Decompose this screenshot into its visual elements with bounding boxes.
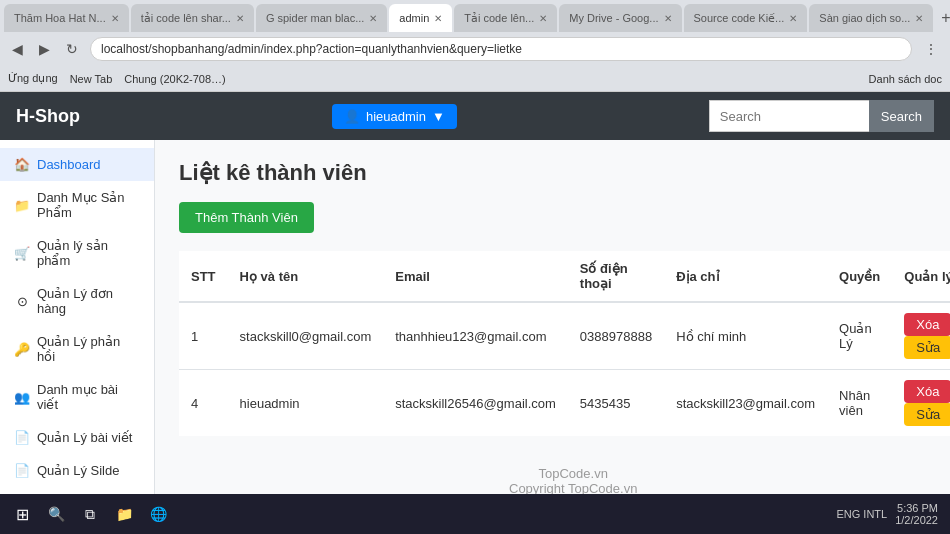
sidebar-item-dashboard[interactable]: 🏠Dashboard bbox=[0, 148, 154, 181]
sidebar-label-quan-ly-don-hang: Quản Lý đơn hàng bbox=[37, 286, 140, 316]
browser-tab-3[interactable]: G spider man blac...✕ bbox=[256, 4, 387, 32]
bookmark-danh-sach[interactable]: Danh sách doc bbox=[869, 73, 942, 85]
cell-stt: 1 bbox=[179, 302, 228, 370]
table-head: STTHọ và tênEmailSố điện thoạiĐịa chỉQuy… bbox=[179, 251, 950, 302]
address-input[interactable] bbox=[90, 37, 912, 61]
cell-stt: 4 bbox=[179, 370, 228, 437]
browser-tab-1[interactable]: Thăm Hoa Hat N...✕ bbox=[4, 4, 129, 32]
edit-button-1[interactable]: Sửa bbox=[904, 403, 950, 426]
app-body: 🏠Dashboard📁Danh Mục Sản Phẩm🛒Quản lý sản… bbox=[0, 140, 950, 534]
sidebar: 🏠Dashboard📁Danh Mục Sản Phẩm🛒Quản lý sản… bbox=[0, 140, 155, 534]
footer-brand1: TopCode.vn bbox=[179, 466, 950, 481]
task-view-icon[interactable]: ⧉ bbox=[75, 499, 105, 529]
username-label: hieuadmin bbox=[366, 109, 426, 124]
col-header-số-điện-thoại: Số điện thoại bbox=[568, 251, 664, 302]
user-dropdown[interactable]: 👤 hieuadmin ▼ bbox=[332, 104, 457, 129]
table-row: 4 hieuadmin stackskill26546@gmail.com 54… bbox=[179, 370, 950, 437]
sidebar-label-danh-muc-bai-viet: Danh mục bài viết bbox=[37, 382, 140, 412]
sidebar-item-danh-muc-san-pham[interactable]: 📁Danh Mục Sản Phẩm bbox=[0, 181, 154, 229]
sidebar-item-quan-ly-san-pham[interactable]: 🛒Quản lý sản phẩm bbox=[0, 229, 154, 277]
extensions-button[interactable]: ⋮ bbox=[920, 39, 942, 59]
sidebar-item-quan-ly-silde[interactable]: 📄Quản Lý Silde bbox=[0, 454, 154, 487]
cell-address: Hồ chí minh bbox=[664, 302, 827, 370]
bookmarks-bar: Ứng dụng New Tab Chung (20K2-708…) Danh … bbox=[0, 66, 950, 92]
add-member-button[interactable]: Thêm Thành Viên bbox=[179, 202, 314, 233]
delete-button-0[interactable]: Xóa bbox=[904, 313, 950, 336]
col-header-địa-chỉ: Địa chỉ bbox=[664, 251, 827, 302]
table-body: 1 stackskill0@gmail.com thanhhieu123@gma… bbox=[179, 302, 950, 436]
cell-email: thanhhieu123@gmail.com bbox=[383, 302, 568, 370]
cell-actions: Xóa Sửa bbox=[892, 370, 950, 437]
browser-tab-7[interactable]: Source code Kiế...✕ bbox=[684, 4, 808, 32]
sidebar-item-quan-ly-bai-viet[interactable]: 📄Quản Lý bài viết bbox=[0, 421, 154, 454]
edit-button-0[interactable]: Sửa bbox=[904, 336, 950, 359]
sidebar-icon-quan-ly-bai-viet: 📄 bbox=[14, 430, 30, 445]
browser-tab-4[interactable]: admin✕ bbox=[389, 4, 452, 32]
cell-phone: 0388978888 bbox=[568, 302, 664, 370]
bookmark-chung[interactable]: Chung (20K2-708…) bbox=[124, 73, 226, 85]
dropdown-chevron: ▼ bbox=[432, 109, 445, 124]
taskbar-time-display: 5:36 PM bbox=[895, 502, 938, 514]
forward-button[interactable]: ▶ bbox=[35, 39, 54, 59]
cell-name: stackskill0@gmail.com bbox=[228, 302, 384, 370]
sidebar-label-quan-ly-san-pham: Quản lý sản phẩm bbox=[37, 238, 140, 268]
cell-name: hieuadmin bbox=[228, 370, 384, 437]
sidebar-item-quan-ly-don-hang[interactable]: ⊙Quản Lý đơn hàng bbox=[0, 277, 154, 325]
file-explorer-icon[interactable]: 📁 bbox=[109, 499, 139, 529]
browser-tab-6[interactable]: My Drive - Goog...✕ bbox=[559, 4, 681, 32]
delete-button-1[interactable]: Xóa bbox=[904, 380, 950, 403]
cell-role: Nhân viên bbox=[827, 370, 892, 437]
browser-tab-2[interactable]: tải code lên shar...✕ bbox=[131, 4, 254, 32]
cell-address: stackskill23@gmail.com bbox=[664, 370, 827, 437]
sidebar-item-quan-ly-phan-hoi[interactable]: 🔑Quản Lý phản hồi bbox=[0, 325, 154, 373]
search-taskbar-icon[interactable]: 🔍 bbox=[41, 499, 71, 529]
sidebar-icon-dashboard: 🏠 bbox=[14, 157, 30, 172]
cell-phone: 5435435 bbox=[568, 370, 664, 437]
sidebar-item-danh-muc-bai-viet[interactable]: 👥Danh mục bài viết bbox=[0, 373, 154, 421]
back-button[interactable]: ◀ bbox=[8, 39, 27, 59]
sidebar-label-quan-ly-bai-viet: Quản Lý bài viết bbox=[37, 430, 133, 445]
main-content: Liệt kê thành viên Thêm Thành Viên STTHọ… bbox=[155, 140, 950, 534]
members-table: STTHọ và tênEmailSố điện thoạiĐịa chỉQuy… bbox=[179, 251, 950, 436]
sidebar-icon-danh-muc-san-pham: 📁 bbox=[14, 198, 30, 213]
user-icon: 👤 bbox=[344, 109, 360, 124]
taskbar-right: ENG INTL 5:36 PM 1/2/2022 bbox=[836, 502, 942, 526]
sidebar-icon-quan-ly-don-hang: ⊙ bbox=[14, 294, 30, 309]
taskbar-date-display: 1/2/2022 bbox=[895, 514, 938, 526]
sidebar-icon-quan-ly-phan-hoi: 🔑 bbox=[14, 342, 30, 357]
browser-taskbar-icon[interactable]: 🌐 bbox=[143, 499, 173, 529]
cell-email: stackskill26546@gmail.com bbox=[383, 370, 568, 437]
start-button[interactable]: ⊞ bbox=[8, 501, 37, 528]
address-bar-row: ◀ ▶ ↻ ⋮ bbox=[0, 32, 950, 66]
taskbar-lang: ENG INTL bbox=[836, 508, 887, 520]
col-header-stt: STT bbox=[179, 251, 228, 302]
taskbar-clock: 5:36 PM 1/2/2022 bbox=[895, 502, 938, 526]
sidebar-label-quan-ly-phan-hoi: Quản Lý phản hồi bbox=[37, 334, 140, 364]
sidebar-icon-danh-muc-bai-viet: 👥 bbox=[14, 390, 30, 405]
page-title: Liệt kê thành viên bbox=[179, 160, 950, 186]
sidebar-label-quan-ly-silde: Quản Lý Silde bbox=[37, 463, 119, 478]
new-tab-button[interactable]: + bbox=[935, 7, 950, 29]
taskbar: ⊞ 🔍 ⧉ 📁 🌐 ENG INTL 5:36 PM 1/2/2022 bbox=[0, 494, 950, 534]
bookmark-apps[interactable]: Ứng dụng bbox=[8, 72, 58, 85]
sidebar-label-danh-muc-san-pham: Danh Mục Sản Phẩm bbox=[37, 190, 140, 220]
sidebar-label-dashboard: Dashboard bbox=[37, 157, 101, 172]
bookmark-newtab[interactable]: New Tab bbox=[70, 73, 113, 85]
app-header: H-Shop 👤 hieuadmin ▼ Search bbox=[0, 92, 950, 140]
refresh-button[interactable]: ↻ bbox=[62, 39, 82, 59]
header-search: Search bbox=[709, 100, 934, 132]
sidebar-icon-quan-ly-silde: 📄 bbox=[14, 463, 30, 478]
col-header-quyền: Quyền bbox=[827, 251, 892, 302]
app-title: H-Shop bbox=[16, 106, 80, 127]
cell-actions: Xóa Sửa bbox=[892, 302, 950, 370]
table-row: 1 stackskill0@gmail.com thanhhieu123@gma… bbox=[179, 302, 950, 370]
browser-tab-8[interactable]: Sàn giao dịch so...✕ bbox=[809, 4, 933, 32]
col-header-họ-và-tên: Họ và tên bbox=[228, 251, 384, 302]
browser-tab-5[interactable]: Tải code lên...✕ bbox=[454, 4, 557, 32]
cell-role: Quản Lý bbox=[827, 302, 892, 370]
sidebar-icon-quan-ly-san-pham: 🛒 bbox=[14, 246, 30, 261]
tab-bar: Thăm Hoa Hat N...✕tải code lên shar...✕G… bbox=[0, 0, 950, 32]
search-input[interactable] bbox=[709, 100, 869, 132]
search-button[interactable]: Search bbox=[869, 100, 934, 132]
col-header-email: Email bbox=[383, 251, 568, 302]
